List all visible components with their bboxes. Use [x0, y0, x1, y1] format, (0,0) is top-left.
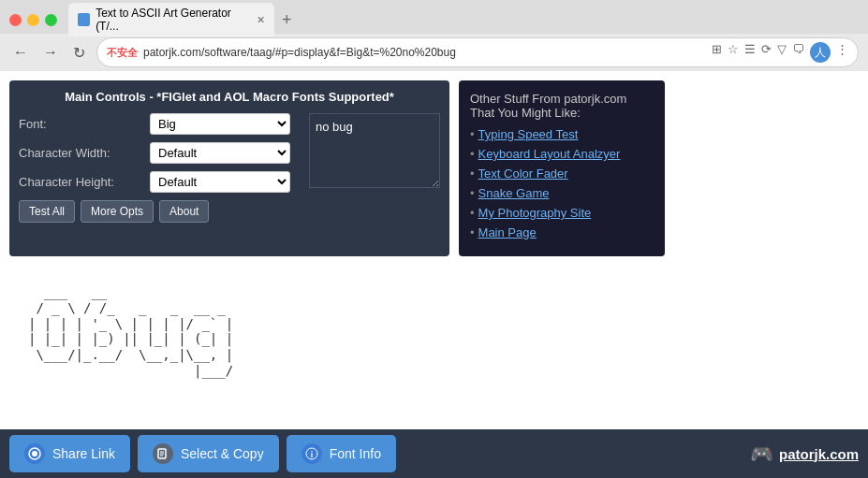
main-area: Main Controls - *FIGlet and AOL Macro Fo…: [0, 71, 868, 266]
profile-icon[interactable]: 人: [810, 42, 831, 63]
share-link-label: Share Link: [52, 446, 115, 461]
keyboard-layout-link[interactable]: Keyboard Layout Analzyer: [478, 147, 621, 161]
select-copy-button[interactable]: Select & Copy: [138, 435, 279, 472]
close-window-btn[interactable]: [9, 14, 22, 26]
tab-close-btn[interactable]: ✕: [257, 14, 265, 26]
font-info-label: Font Info: [330, 446, 381, 461]
controls-panel: Main Controls - *FIGlet and AOL Macro Fo…: [9, 80, 449, 256]
font-label: Font:: [19, 117, 150, 131]
address-icons: ⊞ ☆ ☰ ⟳ ▽ 🗨 人 ⋮: [712, 42, 848, 63]
address-bar: ← → ↻ 不安全 patorjk.com/software/taag/#p=d…: [0, 34, 868, 71]
address-text: patorjk.com/software/taag/#p=display&f=B…: [143, 46, 706, 59]
list-item: Keyboard Layout Analzyer: [470, 147, 654, 161]
list-item: My Photography Site: [470, 206, 654, 220]
browser-chrome: Text to ASCII Art Generator (T/... ✕ + ←…: [0, 0, 868, 71]
address-input[interactable]: 不安全 patorjk.com/software/taag/#p=display…: [96, 37, 859, 67]
text-color-fader-link[interactable]: Text Color Fader: [478, 167, 568, 181]
side-links-list: Typing Speed Test Keyboard Layout Analzy…: [470, 127, 654, 239]
snake-game-link[interactable]: Snake Game: [478, 186, 550, 200]
text-input-wrapper: no bug: [309, 113, 440, 223]
forward-button[interactable]: →: [39, 42, 62, 63]
share-link-button[interactable]: Share Link: [9, 435, 130, 472]
ext-icon[interactable]: 🗨: [792, 42, 804, 63]
list-item: Snake Game: [470, 186, 654, 200]
brand-name[interactable]: patorjk.com: [779, 446, 859, 462]
text-input[interactable]: no bug: [309, 113, 440, 188]
control-buttons: Test All More Opts About: [19, 200, 290, 223]
photography-link[interactable]: My Photography Site: [478, 206, 592, 220]
refresh-icon[interactable]: ⟳: [761, 42, 772, 63]
font-info-button[interactable]: i Font Info: [287, 435, 396, 472]
char-height-select[interactable]: Default: [150, 171, 290, 193]
reading-icon[interactable]: ☰: [744, 42, 756, 63]
share-icon: [24, 443, 45, 464]
char-width-label: Character Width:: [19, 146, 150, 160]
window-controls: [9, 14, 57, 26]
ascii-art-area: ___ __ / _ \ / /_ _ _ __ _ | | | | '_ \ …: [0, 266, 868, 415]
page-content: Main Controls - *FIGlet and AOL Macro Fo…: [0, 71, 868, 429]
svg-point-1: [32, 451, 37, 456]
main-page-link[interactable]: Main Page: [478, 225, 537, 239]
font-row: Font: Big: [19, 113, 290, 135]
ascii-art-display: ___ __ / _ \ / /_ _ _ __ _ | | | | '_ \ …: [28, 284, 840, 379]
bookmark-icon[interactable]: ☆: [728, 42, 739, 63]
about-button[interactable]: About: [159, 200, 209, 223]
reload-button[interactable]: ↻: [69, 42, 89, 64]
toolbar-brand: 🎮 patorjk.com: [750, 442, 859, 465]
select-copy-label: Select & Copy: [181, 446, 264, 461]
char-height-row: Character Height: Default: [19, 171, 290, 193]
char-width-select[interactable]: Default: [150, 142, 290, 164]
more-opts-button[interactable]: More Opts: [81, 200, 154, 223]
char-width-row: Character Width: Default: [19, 142, 290, 164]
new-tab-button[interactable]: +: [274, 10, 300, 30]
security-warning: 不安全: [107, 46, 138, 60]
char-height-label: Character Height:: [19, 175, 150, 189]
minimize-window-btn[interactable]: [27, 14, 39, 26]
menu-icon[interactable]: ⋮: [836, 42, 848, 63]
controls-title: Main Controls - *FIGlet and AOL Macro Fo…: [19, 90, 440, 104]
translate-icon[interactable]: ⊞: [712, 42, 722, 63]
info-icon: i: [302, 443, 322, 464]
back-button[interactable]: ←: [9, 42, 32, 63]
font-select[interactable]: Big: [150, 113, 290, 135]
tab-title: Text to ASCII Art Generator (T/...: [96, 7, 247, 33]
active-tab[interactable]: Text to ASCII Art Generator (T/... ✕: [68, 3, 274, 36]
copy-icon: [153, 443, 173, 464]
side-panel-title: Other Stuff From patorjk.com That You Mi…: [470, 92, 654, 120]
tab-favicon: [78, 13, 90, 26]
cast-icon[interactable]: ▽: [777, 42, 787, 63]
brand-icon: 🎮: [750, 442, 773, 465]
list-item: Text Color Fader: [470, 167, 654, 181]
bottom-toolbar: Share Link Select & Copy i Font Info 🎮 p…: [0, 429, 868, 478]
side-panel: Other Stuff From patorjk.com That You Mi…: [459, 80, 665, 256]
svg-text:i: i: [310, 450, 313, 459]
typing-speed-link[interactable]: Typing Speed Test: [478, 127, 579, 141]
tab-bar: Text to ASCII Art Generator (T/... ✕ +: [0, 0, 868, 34]
test-all-button[interactable]: Test All: [19, 200, 75, 223]
list-item: Main Page: [470, 225, 654, 239]
list-item: Typing Speed Test: [470, 127, 654, 141]
maximize-window-btn[interactable]: [45, 14, 57, 26]
